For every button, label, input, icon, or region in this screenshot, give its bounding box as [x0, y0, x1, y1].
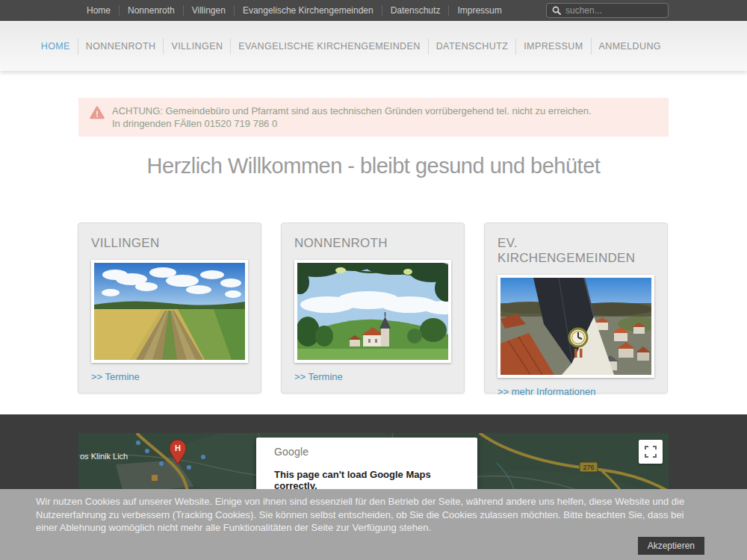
villingen-photo [91, 260, 248, 363]
alert-line1: ACHTUNG: Gemeindebüro und Pfarramt sind … [112, 105, 592, 117]
fullscreen-icon [645, 446, 657, 458]
nonnenroth-termine-link[interactable]: >> Termine [294, 371, 343, 382]
search-icon [552, 6, 561, 15]
main-header: HOME NONNENROTH VILLINGEN EVANGELISCHE K… [0, 21, 747, 71]
nav-item-home[interactable]: HOME [34, 38, 78, 55]
hospital-label: os Klinik Lich [80, 452, 128, 461]
route-badge-label: 276 [583, 464, 594, 471]
cookie-accept-button[interactable]: Akzeptieren [638, 537, 704, 555]
topbar-item-villingen[interactable]: Villingen [183, 5, 234, 16]
card-nonnenroth: NONNENROTH [281, 223, 465, 393]
search-box[interactable] [546, 3, 669, 18]
nav-item-kirchengemeinden[interactable]: EVANGELISCHE KIRCHENGEMEINDEN [230, 38, 427, 55]
route-badge: 276 [580, 462, 598, 472]
topbar-item-home[interactable]: Home [78, 5, 119, 16]
card-villingen: VILLINGEN [78, 223, 261, 393]
warning-icon [90, 106, 105, 119]
card-title-nonnenroth: NONNENROTH [294, 236, 451, 251]
nav-item-villingen[interactable]: VILLINGEN [163, 38, 230, 55]
google-logo: Google [274, 446, 459, 458]
alert-banner: ACHTUNG: Gemeindebüro und Pfarramt sind … [78, 98, 669, 137]
hospital-marker-letter: H [175, 444, 181, 452]
fullscreen-button[interactable] [639, 440, 663, 464]
maps-error-message: This page can't load Google Maps correct… [274, 469, 459, 491]
card-kirchengemeinden: EV. KIRCHENGEMEINDEN [484, 223, 668, 393]
villingen-termine-link[interactable]: >> Termine [91, 371, 140, 382]
nav-item-datenschutz[interactable]: DATENSCHUTZ [428, 38, 516, 55]
topbar-menu: Home Nonnenroth Villingen Evangelische K… [78, 0, 510, 21]
topbar-item-kirchengemeinden[interactable]: Evangelische Kirchengemeinden [234, 5, 382, 16]
nav-item-impressum[interactable]: IMPRESSUM [515, 38, 590, 55]
cookie-banner: Wir nutzen Cookies auf unserer Website. … [0, 489, 747, 560]
page-root: Home Nonnenroth Villingen Evangelische K… [0, 0, 747, 560]
alert-text: ACHTUNG: Gemeindebüro und Pfarramt sind … [112, 105, 592, 130]
topbar: Home Nonnenroth Villingen Evangelische K… [0, 0, 747, 21]
topbar-item-impressum[interactable]: Impressum [448, 5, 509, 16]
kirchengemeinden-info-link[interactable]: >> mehr Informationen [498, 386, 596, 397]
cookie-text: Wir nutzen Cookies auf unserer Website. … [36, 495, 702, 535]
topbar-item-datenschutz[interactable]: Datenschutz [382, 5, 449, 16]
topbar-item-nonnenroth[interactable]: Nonnenroth [119, 5, 183, 16]
nav-item-nonnenroth[interactable]: NONNENROTH [78, 38, 164, 55]
alert-line2: In dringenden FÄllen 01520 719 786 0 [112, 117, 592, 130]
page-title: Herzlich Willkommen - bleibt gesund und … [0, 154, 747, 178]
kirchengemeinden-photo [498, 275, 654, 378]
card-title-kirchengemeinden: EV. KIRCHENGEMEINDEN [498, 236, 654, 266]
teaser-cards: VILLINGEN [78, 223, 669, 393]
main-nav: HOME NONNENROTH VILLINGEN EVANGELISCHE K… [34, 21, 669, 71]
nonnenroth-photo [294, 260, 451, 363]
search-input[interactable] [565, 5, 663, 16]
nav-item-anmeldung[interactable]: ANMELDUNG [591, 38, 669, 55]
card-title-villingen: VILLINGEN [91, 236, 248, 251]
